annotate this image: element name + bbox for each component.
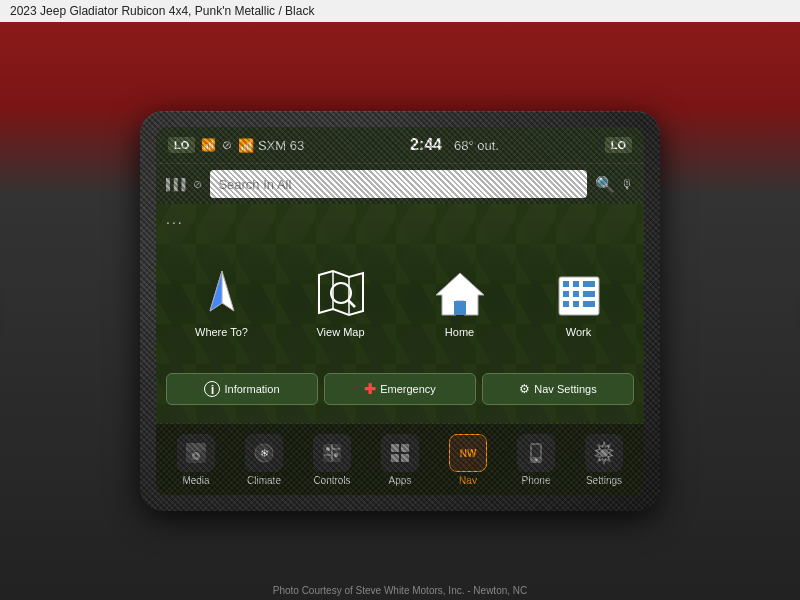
media-app[interactable]: Media [169,434,224,486]
info-icon: i [204,381,220,397]
cancel-circle-icon: ⊘ [193,178,202,191]
nav-icons-grid: Where To? [166,238,634,365]
screen-bezel: LO 📶 ⊘ 📶 SXM 63 2:44 68° out. LO [140,111,660,511]
page-title: 2023 Jeep Gladiator Rubicon 4x4, Punk'n … [10,4,314,18]
home-label: Home [445,326,474,338]
home-icon [434,267,486,319]
temperature-display: 68° out. [454,138,499,153]
search-input[interactable]: Search In All [210,170,587,198]
bottom-app-bar: Media ❄ Climate [156,423,644,495]
emergency-icon: ✚ [364,381,376,397]
work-button[interactable]: Work [523,238,634,365]
svg-marker-1 [210,271,222,311]
climate-label: Climate [247,475,281,486]
no-signal-icon: ⊘ [222,138,232,152]
apps-label: Apps [389,475,412,486]
status-left: LO 📶 ⊘ 📶 SXM 63 [168,137,304,153]
svg-rect-16 [583,291,589,297]
svg-rect-37 [401,454,409,462]
search-bar: ▌▌▌ ⊘ Search In All 🔍 🎙 [156,163,644,204]
svg-rect-12 [583,281,589,287]
nav-app[interactable]: NW Nav [441,434,496,486]
media-icon [177,434,215,472]
where-to-button[interactable]: Where To? [166,238,277,365]
information-label: Information [224,383,279,395]
status-right: LO [605,137,632,153]
svg-rect-19 [573,301,579,307]
lo-right-label: LO [605,137,632,153]
svg-rect-14 [563,291,569,297]
nav-app-icon: NW [449,434,487,472]
radio-icon: 📶 [238,138,254,153]
where-to-label: Where To? [195,326,248,338]
climate-app[interactable]: ❄ Climate [237,434,292,486]
infotainment-screen: LO 📶 ⊘ 📶 SXM 63 2:44 68° out. LO [156,127,644,495]
car-background: LO 📶 ⊘ 📶 SXM 63 2:44 68° out. LO [0,22,800,600]
svg-rect-10 [563,281,569,287]
photo-credit: Photo Courtesy of Steve White Motors, In… [0,585,800,596]
emergency-button[interactable]: ✚ Emergency [324,373,476,405]
svg-rect-11 [573,281,579,287]
phone-app[interactable]: Phone [509,434,564,486]
search-action-icons: 🔍 🎙 [595,175,634,194]
phone-label: Phone [522,475,551,486]
svg-rect-15 [573,291,579,297]
nav-settings-label: Nav Settings [534,383,596,395]
media-label: Media [182,475,209,486]
svg-rect-17 [589,291,595,297]
svg-rect-40 [532,445,540,457]
work-graphic [549,265,609,320]
apps-icon [381,434,419,472]
signal-strength-area: ▌▌▌ ⊘ [166,178,202,191]
nav-settings-button[interactable]: ⚙ Nav Settings [482,373,634,405]
emergency-label: Emergency [380,383,436,395]
title-bar: 2023 Jeep Gladiator Rubicon 4x4, Punk'n … [0,0,800,22]
svg-rect-34 [391,444,399,452]
information-button[interactable]: i Information [166,373,318,405]
dots-indicator: ··· [166,214,634,230]
svg-marker-2 [319,271,363,315]
search-icon[interactable]: 🔍 [595,175,615,194]
radio-station-label: 📶 SXM 63 [238,138,304,153]
svg-rect-8 [454,301,466,315]
work-label: Work [566,326,591,338]
view-map-graphic [311,265,371,320]
signal-bars-icon: 📶 [201,138,216,152]
home-button[interactable]: Home [404,238,515,365]
home-graphic [430,265,490,320]
cell-signal-icon: ▌▌▌ [166,178,189,190]
controls-label: Controls [313,475,350,486]
quick-actions-row: i Information ✚ Emergency ⚙ Nav Settings [166,373,634,405]
view-map-label: View Map [316,326,364,338]
svg-text:❄: ❄ [260,447,269,459]
svg-point-41 [535,458,538,461]
svg-point-25 [195,454,198,457]
svg-rect-18 [563,301,569,307]
lo-left-label: LO [168,137,195,153]
svg-rect-20 [583,301,589,307]
where-to-icon [196,267,248,319]
nav-label: Nav [459,475,477,486]
svg-rect-13 [589,281,595,287]
search-placeholder: Search In All [218,177,291,192]
svg-point-30 [326,447,330,451]
svg-rect-36 [391,454,399,462]
svg-rect-21 [589,301,595,307]
voice-search-icon[interactable]: 🎙 [621,177,634,192]
time-display: 2:44 [410,136,442,154]
controls-app[interactable]: Controls [305,434,360,486]
settings-app[interactable]: Settings [577,434,632,486]
controls-icon [313,434,351,472]
nav-settings-icon: ⚙ [519,382,530,396]
apps-app[interactable]: Apps [373,434,428,486]
view-map-icon [315,267,367,319]
settings-icon [585,434,623,472]
where-to-graphic [192,265,252,320]
svg-rect-35 [401,444,409,452]
svg-rect-23 [186,443,206,451]
svg-point-31 [334,453,338,457]
nav-content-area: ··· Where To? [156,204,644,423]
view-map-button[interactable]: View Map [285,238,396,365]
svg-text:NW: NW [460,448,477,459]
work-icon [553,267,605,319]
